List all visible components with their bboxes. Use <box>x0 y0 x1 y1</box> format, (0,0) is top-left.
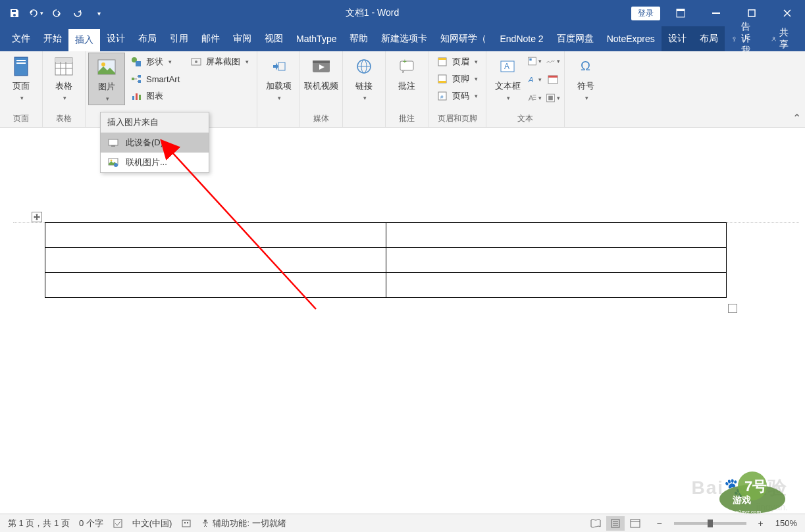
addins-button[interactable]: 加载项▾ <box>260 53 297 104</box>
zoom-slider[interactable] <box>674 522 746 525</box>
view-web-icon[interactable] <box>626 516 644 531</box>
svg-rect-23 <box>278 62 285 70</box>
tab-mathtype[interactable]: MathType <box>290 26 343 51</box>
pagenum-label: 页码 <box>452 90 469 102</box>
screenshot-button[interactable]: 屏幕截图▾ <box>186 54 253 70</box>
table-button[interactable]: 表格▾ <box>45 53 82 104</box>
tab-references[interactable]: 引用 <box>163 26 195 51</box>
status-bar: 第 1 页，共 1 页 0 个字 中文(中国) 辅助功能: 一切就绪 − + 1… <box>0 514 805 532</box>
view-buttons <box>586 516 644 531</box>
quickparts-icon[interactable]: ▾ <box>527 54 542 68</box>
status-accessibility-label: 辅助功能: 一切就绪 <box>213 518 286 529</box>
pages-button[interactable]: 页面▾ <box>3 53 39 104</box>
wordart-icon[interactable]: A▾ <box>527 72 542 87</box>
tab-table-layout[interactable]: 布局 <box>693 26 725 51</box>
svg-rect-25 <box>313 60 330 63</box>
dropcap-icon[interactable]: A▾ <box>527 91 542 105</box>
zoom-in-button[interactable]: + <box>756 518 766 529</box>
svg-point-4 <box>733 37 735 39</box>
collapse-ribbon-icon[interactable]: ⌃ <box>792 112 801 124</box>
svg-text:Ω: Ω <box>581 59 590 73</box>
tab-baidu[interactable]: 百度网盘 <box>550 26 600 51</box>
zoom-level[interactable]: 150% <box>775 518 797 528</box>
tab-view[interactable]: 视图 <box>258 26 290 51</box>
svg-rect-14 <box>136 61 141 66</box>
header-button[interactable]: 页眉▾ <box>432 54 482 70</box>
datetime-icon[interactable] <box>546 72 560 87</box>
document-area[interactable] <box>0 128 805 514</box>
svg-rect-18 <box>132 96 134 100</box>
document-table[interactable] <box>45 222 727 298</box>
svg-rect-16 <box>138 75 141 78</box>
tab-endnote[interactable]: EndNote 2 <box>493 26 550 51</box>
group-addins: 加载项▾ 加载项 <box>257 51 300 127</box>
save-icon[interactable] <box>5 4 24 22</box>
status-proofing-icon[interactable] <box>113 518 123 529</box>
svg-rect-10 <box>55 58 72 62</box>
title-right: 登录 <box>631 0 805 26</box>
zoom-out-button[interactable]: − <box>654 518 664 529</box>
tab-cnki[interactable]: 知网研学（ <box>434 26 493 51</box>
shapes-button[interactable]: 形状▾ <box>126 54 184 70</box>
pagenum-button[interactable]: #页码▾ <box>432 88 482 104</box>
redo-icon[interactable] <box>47 4 66 22</box>
comment-label: 批注 <box>398 80 415 92</box>
textbox-button[interactable]: A 文本框▾ <box>489 53 526 104</box>
status-macro-icon[interactable] <box>181 518 192 529</box>
status-language[interactable]: 中文(中国) <box>132 518 172 529</box>
video-icon <box>310 55 332 78</box>
view-read-icon[interactable] <box>586 516 605 531</box>
smartart-button[interactable]: SmartArt <box>126 71 184 87</box>
object-icon[interactable]: ▾ <box>546 91 560 105</box>
tab-mailings[interactable]: 邮件 <box>195 26 226 51</box>
watermark-game-logo: 7号游戏x1avz.com <box>713 466 792 519</box>
status-words[interactable]: 0 个字 <box>79 518 103 529</box>
tab-insert[interactable]: 插入 <box>68 29 100 51</box>
chart-label: 图表 <box>146 90 163 102</box>
dropdown-this-device[interactable]: 此设备(D)... <box>101 133 209 153</box>
picture-button[interactable]: 图片▾ <box>88 53 125 105</box>
share-button[interactable]: 共享 <box>763 26 800 51</box>
links-button[interactable]: 链接▾ <box>346 53 382 104</box>
status-accessibility[interactable]: 辅助功能: 一切就绪 <box>201 518 286 529</box>
tab-layout[interactable]: 布局 <box>132 26 163 51</box>
tab-newtab[interactable]: 新建选项卡 <box>375 26 434 51</box>
symbol-button[interactable]: Ω 符号▾ <box>567 53 604 104</box>
dropdown-online-pictures[interactable]: 联机图片... <box>101 153 209 172</box>
chart-button[interactable]: 图表 <box>126 88 184 104</box>
online-video-button[interactable]: 联机视频 <box>303 53 340 95</box>
footer-button[interactable]: 页脚▾ <box>432 71 482 87</box>
svg-rect-19 <box>136 93 138 100</box>
login-button[interactable]: 登录 <box>631 7 660 20</box>
tab-home[interactable]: 开始 <box>37 26 68 51</box>
table-resize-handle[interactable] <box>728 304 737 313</box>
ribbon-display-icon[interactable] <box>665 0 696 26</box>
table-label: 表格 <box>55 80 72 92</box>
shapes-label: 形状 <box>146 56 163 68</box>
tab-review[interactable]: 审阅 <box>226 26 258 51</box>
status-page[interactable]: 第 1 页，共 1 页 <box>8 518 70 529</box>
minimize-icon[interactable] <box>701 0 731 26</box>
close-icon[interactable] <box>772 0 802 26</box>
window-title: 文档1 - Word <box>113 7 631 19</box>
qat-customize-icon[interactable]: ▾ <box>90 4 108 22</box>
title-bar: ▾ ▾ 文档1 - Word 登录 <box>0 0 805 26</box>
view-print-icon[interactable] <box>606 516 625 531</box>
tab-table-design[interactable]: 设计 <box>662 26 693 51</box>
refresh-icon[interactable] <box>68 4 87 22</box>
group-headerfooter: 页眉▾ 页脚▾ #页码▾ 页眉和页脚 <box>428 51 486 127</box>
tab-design[interactable]: 设计 <box>100 26 132 51</box>
tab-noteexpress[interactable]: NoteExpres <box>600 26 662 51</box>
group-pages: 页面▾ 页面 <box>0 51 43 127</box>
comment-button[interactable]: + 批注 <box>388 53 425 95</box>
zoom-thumb[interactable] <box>708 520 713 527</box>
table-move-handle[interactable] <box>32 212 42 222</box>
link-icon <box>353 55 375 78</box>
shapes-icon <box>130 56 142 68</box>
links-label: 链接 <box>355 80 373 92</box>
undo-icon[interactable]: ▾ <box>26 4 45 22</box>
tab-help[interactable]: 帮助 <box>343 26 375 51</box>
signature-icon[interactable]: ▾ <box>546 54 560 68</box>
tab-file[interactable]: 文件 <box>5 26 37 51</box>
tell-me[interactable]: 告诉我 <box>725 26 763 51</box>
